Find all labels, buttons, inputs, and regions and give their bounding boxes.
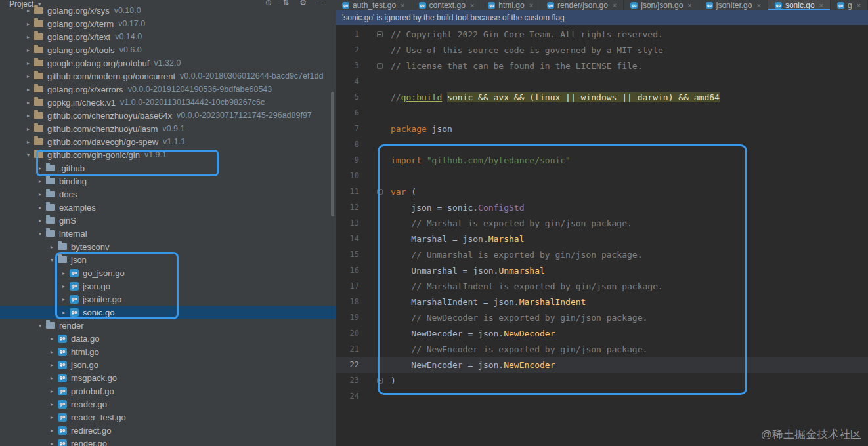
chevron-right-icon[interactable]: ▸: [59, 270, 68, 276]
hide-icon[interactable]: —: [317, 0, 325, 7]
chevron-right-icon[interactable]: ▸: [24, 73, 33, 79]
close-icon[interactable]: ×: [756, 1, 760, 9]
line-number[interactable]: 16: [336, 266, 359, 275]
chevron-right-icon[interactable]: ▸: [24, 34, 33, 40]
tree-item-docs[interactable]: ▸docs: [0, 188, 336, 201]
chevron-right-icon[interactable]: ▸: [24, 113, 33, 119]
chevron-right-icon[interactable]: ▸: [47, 244, 56, 250]
close-icon[interactable]: ×: [529, 1, 533, 9]
code-line-22[interactable]: 22 NewEncoder = json.NewEncoder: [336, 357, 868, 373]
tree-item-json-go[interactable]: ▸gojson.go: [0, 279, 336, 293]
line-number[interactable]: 17: [336, 281, 359, 291]
tree-item-golang-org-x-tools[interactable]: ▸golang.org/x/toolsv0.6.0: [0, 43, 336, 56]
code-line-11[interactable]: 11−var (: [336, 184, 868, 199]
line-number[interactable]: 6: [336, 108, 359, 117]
code-line-20[interactable]: 20 NewDecoder = json.NewDecoder: [336, 325, 868, 341]
fold-icon[interactable]: −: [377, 189, 383, 195]
chevron-right-icon[interactable]: ▸: [47, 349, 56, 355]
tree-item-github-com-davecgh-go-spew[interactable]: ▸github.com/davecgh/go-spewv1.1.1: [0, 135, 336, 148]
chevron-right-icon[interactable]: ▸: [24, 126, 33, 132]
tree-item-json-go[interactable]: ▸gojson.go: [0, 358, 336, 371]
code-line-21[interactable]: 21 // NewEncoder is exported by gin/json…: [336, 341, 868, 357]
fold-icon[interactable]: −: [377, 378, 383, 384]
locate-icon[interactable]: ⊕: [265, 0, 272, 7]
tab-render-json-go[interactable]: gorender/json.go×: [540, 0, 624, 10]
fold-icon[interactable]: −: [377, 31, 383, 37]
chevron-down-icon[interactable]: ▾: [24, 152, 33, 158]
chevron-right-icon[interactable]: ▸: [35, 218, 45, 224]
chevron-right-icon[interactable]: ▸: [47, 428, 56, 434]
chevron-right-icon[interactable]: ▸: [47, 362, 56, 368]
tree-item-examples[interactable]: ▸examples: [0, 201, 336, 214]
close-icon[interactable]: ×: [819, 1, 823, 9]
chevron-down-icon[interactable]: ▾: [35, 323, 45, 329]
code-line-6[interactable]: 6: [336, 105, 868, 121]
tree-item-data-go[interactable]: ▸godata.go: [0, 332, 336, 345]
tree-item-internal[interactable]: ▾internal: [0, 227, 336, 240]
tab-auth-test-go[interactable]: goauth_test.go×: [336, 0, 412, 10]
close-icon[interactable]: ×: [613, 1, 617, 9]
tree-item-html-go[interactable]: ▸gohtml.go: [0, 345, 336, 358]
line-number[interactable]: 18: [336, 297, 359, 306]
tree-item-github-com-gin-gonic-gin[interactable]: ▾github.com/gin-gonic/ginv1.9.1: [0, 148, 336, 161]
line-number[interactable]: 22: [336, 360, 359, 369]
tree-item-gopkg-in-check-v1[interactable]: ▸gopkg.in/check.v1v1.0.0-20201130134442-…: [0, 96, 336, 109]
code-line-13[interactable]: 13 // Marshal is exported by gin/json pa…: [336, 215, 868, 231]
code-line-8[interactable]: 8: [336, 136, 868, 152]
close-icon[interactable]: ×: [470, 1, 474, 9]
tree-item-google-golang-org-protobuf[interactable]: ▸google.golang.org/protobufv1.32.0: [0, 56, 336, 70]
tree-item-sonic-go[interactable]: ▸gosonic.go: [0, 306, 336, 319]
code-editor[interactable]: 1−// Copyright 2022 Gin Core Team. All r…: [336, 25, 868, 446]
code-line-23[interactable]: 23−): [336, 373, 868, 388]
chevron-right-icon[interactable]: ▸: [24, 87, 33, 92]
project-tool-window-selector[interactable]: Project ▼: [9, 0, 42, 9]
code-line-16[interactable]: 16 Unmarshal = json.Unmarshal: [336, 262, 868, 278]
code-line-3[interactable]: 3−// license that can be found in the LI…: [336, 58, 868, 73]
code-line-4[interactable]: 4: [336, 73, 868, 89]
code-line-12[interactable]: 12 json = sonic.ConfigStd: [336, 199, 868, 215]
line-number[interactable]: 9: [336, 155, 359, 165]
line-number[interactable]: 4: [336, 77, 359, 86]
code-line-10[interactable]: 10: [336, 168, 868, 184]
line-number[interactable]: 7: [336, 124, 359, 133]
tree-item-github-com-chenzhuoyu-iasm[interactable]: ▸github.com/chenzhuoyu/iasmv0.9.1: [0, 122, 336, 135]
line-number[interactable]: 13: [336, 218, 359, 228]
tab-jsoniter-go[interactable]: gojsoniter.go×: [699, 0, 768, 10]
line-number[interactable]: 14: [336, 234, 359, 243]
project-tree-scrollbar[interactable]: [331, 92, 334, 216]
tab-sonic-go[interactable]: gosonic.go×: [768, 0, 831, 10]
chevron-right-icon[interactable]: ▸: [24, 47, 33, 53]
chevron-right-icon[interactable]: ▸: [59, 283, 68, 289]
chevron-right-icon[interactable]: ▸: [24, 139, 33, 145]
tree-item-golang-org-x-xerrors[interactable]: ▸golang.org/x/xerrorsv0.0.0-201912041905…: [0, 83, 336, 96]
code-line-24[interactable]: 24: [336, 388, 868, 404]
code-line-14[interactable]: 14 Marshal = json.Marshal: [336, 231, 868, 247]
code-line-2[interactable]: 2// Use of this source code is governed …: [336, 42, 868, 58]
tree-item-redirect-go[interactable]: ▸goredirect.go: [0, 424, 336, 437]
chevron-right-icon[interactable]: ▸: [47, 375, 56, 381]
tree-item-github-com-modern-go-concurrent[interactable]: ▸github.com/modern-go/concurrentv0.0.0-2…: [0, 70, 336, 83]
tab-json-json-go[interactable]: gojson/json.go×: [624, 0, 699, 10]
tree-item-github-com-chenzhuoyu-base64x[interactable]: ▸github.com/chenzhuoyu/base64xv0.0.0-202…: [0, 109, 336, 122]
line-number[interactable]: 2: [336, 45, 359, 54]
fold-icon[interactable]: −: [377, 63, 383, 69]
chevron-right-icon[interactable]: ▸: [59, 310, 68, 315]
tree-item-render[interactable]: ▾render: [0, 319, 336, 332]
close-icon[interactable]: ×: [857, 1, 861, 9]
tab-html-go[interactable]: gohtml.go×: [481, 0, 540, 10]
code-line-5[interactable]: 5//go:build sonic && avx && (linux || wi…: [336, 89, 868, 105]
chevron-right-icon[interactable]: ▸: [35, 205, 45, 211]
tree-item-reader-go[interactable]: ▸goreader.go: [0, 397, 336, 411]
settings-icon[interactable]: ⚙: [299, 0, 307, 7]
line-number[interactable]: 12: [336, 203, 359, 212]
tree-item-golang-org-x-term[interactable]: ▸golang.org/x/termv0.17.0: [0, 17, 336, 30]
tree-item-json[interactable]: ▾json: [0, 253, 336, 266]
line-number[interactable]: 1: [336, 30, 359, 39]
tree-item-jsoniter-go[interactable]: ▸gojsoniter.go: [0, 293, 336, 306]
tab-g[interactable]: gog×: [831, 0, 868, 10]
tree-item-binding[interactable]: ▸binding: [0, 174, 336, 188]
chevron-right-icon[interactable]: ▸: [47, 388, 56, 394]
line-number[interactable]: 10: [336, 171, 359, 180]
chevron-down-icon[interactable]: ▾: [35, 231, 45, 237]
chevron-right-icon[interactable]: ▸: [47, 441, 56, 446]
